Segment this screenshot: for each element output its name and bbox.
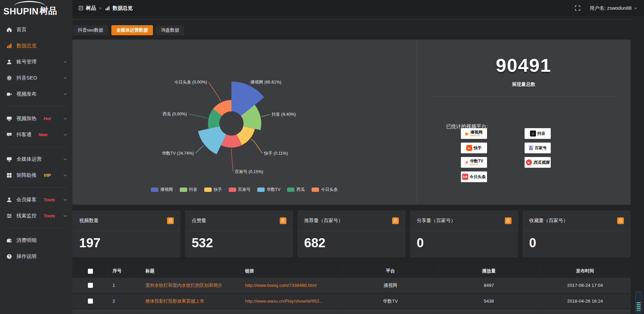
total-badge: 总 <box>505 217 512 224</box>
gear-icon <box>6 75 12 81</box>
column-header-链接: 链接 <box>241 265 342 277</box>
platform-name: 快手 <box>474 146 482 150</box>
douyin-logo-icon: ♪ <box>530 130 536 137</box>
legend-item-华数TV[interactable]: 华数TV <box>257 187 280 193</box>
monitor-icon <box>6 115 12 121</box>
video-url-link[interactable]: http://www.boosj.com/7338468.html <box>245 283 317 288</box>
stat-card-分享量（百家号）: 分享量（百家号） 总 0 <box>410 210 518 257</box>
legend-swatch <box>312 188 319 192</box>
stat-card-推荐量（百家号）: 推荐量（百家号） 总 682 <box>298 210 406 257</box>
tab-询盘数据[interactable]: 询盘数据 <box>156 25 184 35</box>
cell-index: 1 <box>108 277 141 293</box>
legend-swatch <box>287 188 294 192</box>
baijiahao-logo-icon: 百 <box>529 146 533 150</box>
row-checkbox[interactable] <box>88 283 93 288</box>
pie-label: 西瓜 (0.00%) <box>163 112 187 116</box>
stat-label: 推荐量（百家号） <box>304 217 343 224</box>
sidebar-item-label: 视频发布 <box>16 91 37 97</box>
cell-plays: 5438 <box>438 293 539 309</box>
sidebar-item-视频发布[interactable]: 视频发布 <box>0 86 72 102</box>
breadcrumb-separator: > <box>99 6 102 11</box>
sidebar-item-线索监控[interactable]: 线索监控Tools <box>0 208 72 224</box>
table-row-partial <box>72 309 631 314</box>
platform-badge-xigua: ▶西瓜视频 <box>525 157 551 168</box>
legend-item-百家号[interactable]: 百家号 <box>229 187 251 193</box>
row-checkbox[interactable] <box>88 299 93 304</box>
chevron-down-icon <box>64 60 67 63</box>
platform-name: 今日头条 <box>470 175 486 179</box>
pie-label: 今日头条 (0.00%) <box>174 80 207 85</box>
chart-panel: 播视网 (65.61%)抖音 (9.40%)快手 (0.11%)百家号 (0.1… <box>72 40 631 205</box>
sidebar-item-账号管理[interactable]: 账号管理 <box>0 54 72 70</box>
fullscreen-icon[interactable] <box>575 5 580 11</box>
wasu-logo-icon: ✳ <box>465 160 469 165</box>
chat-icon <box>6 132 12 138</box>
chevron-down-icon <box>634 6 637 9</box>
videos-table: 序号标题链接平台播放量发布时间1室外水纹灯和室内水纹灯的区别和简介http://… <box>72 265 631 314</box>
boosj-logo-icon: ▶ <box>466 131 469 136</box>
pie-label: 抖音 (9.40%) <box>271 112 296 117</box>
logo[interactable]: SHUPIN 树品 <box>0 0 72 19</box>
legend-item-抖音[interactable]: 抖音 <box>180 187 198 193</box>
sidebar-item-label: 会员爆客 <box>16 197 37 203</box>
sidebar-item-消费明细[interactable]: 消费明细 <box>0 232 72 248</box>
column-header-标题: 标题 <box>141 265 241 277</box>
cell-platform: 华数TV <box>342 293 438 309</box>
legend-item-快手[interactable]: 快手 <box>204 187 222 193</box>
sidebar-item-视频加热[interactable]: 视频加热Hot <box>0 110 72 126</box>
stat-card-收藏量（百家号）: 收藏量（百家号） 总 0 <box>523 210 631 257</box>
stat-value: 532 <box>185 231 293 250</box>
breadcrumb: 树品 > 数据总览 <box>78 5 133 11</box>
question-icon: ? <box>6 253 12 259</box>
platform-name: 华数TV <box>470 159 483 163</box>
chevron-down-icon <box>64 173 67 176</box>
breadcrumb-label: 数据总览 <box>113 5 133 11</box>
platform-sub: boosj.com <box>470 135 480 137</box>
table-header-row: 序号标题链接平台播放量发布时间 <box>72 265 631 277</box>
tab-抖音seo数据[interactable]: 抖音seo数据 <box>73 25 108 35</box>
sidebar: SHUPIN 树品 首页数据总览账号管理抖音SEO视频发布视频加热Hot抖客通N… <box>0 0 72 314</box>
stat-card-视频数量: 视频数量 总 197 <box>72 210 180 257</box>
chevron-down-icon <box>64 157 67 160</box>
column-header-播放量: 播放量 <box>438 265 539 277</box>
sidebar-item-会员爆客[interactable]: 会员爆客Tools <box>0 192 72 208</box>
legend-item-播视网[interactable]: 播视网 <box>151 187 173 193</box>
svg-text:?: ? <box>8 254 10 258</box>
sidebar-item-抖音SEO[interactable]: 抖音SEO <box>0 70 72 86</box>
legend-item-今日头条[interactable]: 今日头条 <box>312 187 338 193</box>
floating-widget-stripes <box>637 302 641 311</box>
sidebar-item-全媒体运营[interactable]: 全媒体运营 <box>0 151 72 167</box>
select-all-checkbox[interactable] <box>88 269 93 274</box>
platform-badge-wasu: ✳华数TVwasu.cn <box>461 157 487 168</box>
topbar: 树品 > 数据总览 用户名: zswodun88 <box>72 0 644 16</box>
pie-slice-华数TV[interactable] <box>198 126 226 154</box>
sidebar-item-矩阵助推[interactable]: 矩阵助推VIP <box>0 167 72 183</box>
video-url-link[interactable]: http://www.wasu.cn/Play/show/id/952... <box>245 299 323 304</box>
sidebar-divider <box>5 228 67 228</box>
sidebar-item-首页[interactable]: 首页 <box>0 21 72 38</box>
user-menu[interactable]: 用户名: zswodun88 <box>590 5 637 11</box>
floating-widget[interactable] <box>635 292 642 313</box>
breadcrumb-current[interactable]: 数据总览 <box>105 5 133 11</box>
sidebar-item-抖客通[interactable]: 抖客通New <box>0 126 72 143</box>
stat-cards-row: 视频数量 总 197 点赞量 总 532 推荐量（百家号） 总 682 分享量（… <box>72 210 631 257</box>
total-badge: 总 <box>617 217 624 224</box>
pie-label-line <box>189 114 208 118</box>
legend-item-西瓜[interactable]: 西瓜 <box>287 187 305 193</box>
app-logo-icon <box>78 5 84 11</box>
sidebar-item-数据总览[interactable]: 数据总览 <box>0 38 72 54</box>
platform-badge-douyin: ♪抖音 <box>525 128 551 139</box>
sidebar-item-label: 消费明细 <box>16 237 37 244</box>
sidebar-item-操作说明[interactable]: ?操作说明 <box>0 248 72 264</box>
chevron-down-icon <box>64 116 67 120</box>
platform-badge-kuaishou: ▶快手 <box>461 143 487 153</box>
sliders-icon <box>6 213 12 219</box>
video-title-link[interactable]: 室外水纹灯和室内水纹灯的区别和简介 <box>146 283 223 288</box>
tab-全媒体运营数据[interactable]: 全媒体运营数据 <box>111 25 153 35</box>
rose-chart-area: 播视网 (65.61%)抖音 (9.40%)快手 (0.11%)百家号 (0.1… <box>72 40 417 205</box>
breadcrumb-home[interactable]: 树品 <box>78 5 96 11</box>
video-title-link[interactable]: 楼体投影灯投影效果震撼上市 <box>146 299 205 304</box>
wallet-icon <box>6 237 12 243</box>
legend-label: 快手 <box>214 187 222 193</box>
tab-bar: 抖音seo数据全媒体运营数据询盘数据 <box>73 25 631 35</box>
